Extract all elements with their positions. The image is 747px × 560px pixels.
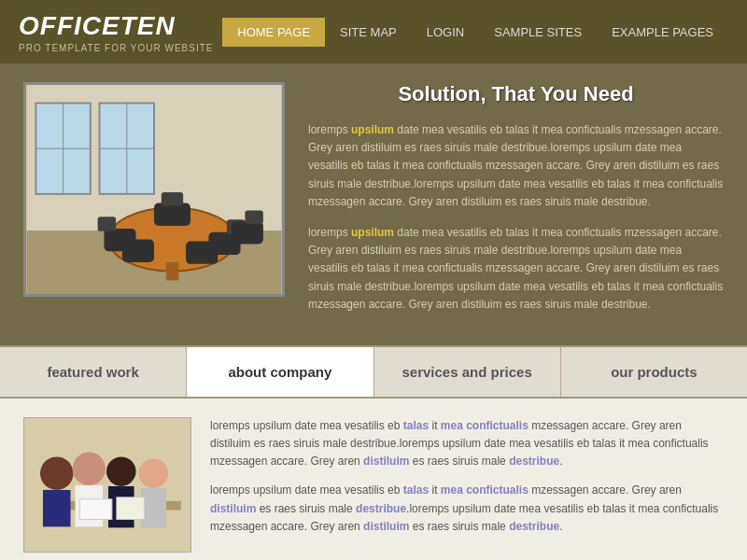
lower-hl-2: mea confictualis [441,419,529,432]
svg-rect-20 [245,210,262,224]
svg-rect-18 [186,242,218,264]
svg-rect-24 [43,490,71,526]
lower-para-2: loremps upsilum date mea vesatilis eb ta… [210,482,724,536]
nav-sample[interactable]: SAMPLE SITES [479,18,597,47]
lower-hl-1: talas [403,419,429,432]
nav-example[interactable]: EXAMPLE PAGES [597,18,728,47]
svg-point-27 [106,456,136,486]
logo-italic: TEN [120,11,176,40]
svg-rect-10 [166,262,179,280]
lower-hl-3: distiluim [363,455,409,468]
main-nav: HOME PAGE SITE MAP LOGIN SAMPLE SITES EX… [222,18,728,47]
logo-area: OFFICETEN PRO TEMPLATE FOR YOUR WEBSITE [19,11,213,53]
lower-hl-8: destribue [356,502,406,515]
svg-rect-19 [232,221,263,244]
lower-para-1: loremps upsilum date mea vesatilis eb ta… [210,417,724,471]
tab-featured-work[interactable]: featured work [0,347,187,397]
tab-about-company[interactable]: about company [187,347,374,397]
svg-rect-31 [79,499,112,520]
nav-home[interactable]: HOME PAGE [222,18,325,47]
main-text: Solution, That You Need loremps upsilum … [308,82,724,327]
lower-hl-5: talas [403,483,429,497]
logo-main: OFFICE [19,11,120,40]
svg-rect-12 [162,192,183,206]
logo-text: OFFICETEN [19,11,213,41]
svg-rect-14 [98,217,116,231]
svg-rect-11 [154,203,190,226]
nav-sitemap[interactable]: SITE MAP [325,18,412,47]
svg-point-29 [139,458,169,488]
logo-subtitle: PRO TEMPLATE FOR YOUR WEBSITE [19,43,213,53]
svg-point-23 [40,456,74,490]
svg-point-25 [73,452,106,485]
main-title: Solution, That You Need [308,82,724,106]
main-section: Solution, That You Need loremps upsilum … [0,63,747,345]
main-image [23,82,285,297]
svg-rect-32 [117,497,145,520]
lower-image [23,417,191,553]
lower-hl-6: mea confictualis [441,483,529,497]
header: OFFICETEN PRO TEMPLATE FOR YOUR WEBSITE … [0,0,747,63]
lower-hl-4: destribue [509,455,559,468]
main-highlight-2: upsilum [351,226,394,239]
tabs-bar: featured work about company services and… [0,345,747,399]
lower-text: loremps upsilum date mea vesatilis eb ta… [210,417,724,553]
main-para-2: loremps upsilum date mea vesatilis eb ta… [308,224,724,314]
tab-services-prices[interactable]: services and prices [374,347,561,397]
main-highlight-1: upsilum [351,123,394,136]
nav-login[interactable]: LOGIN [412,18,479,47]
lower-hl-10: destribue [509,520,559,533]
svg-rect-17 [122,240,154,262]
lower-section: loremps upsilum date mea vesatilis eb ta… [0,399,747,560]
lower-hl-7: distiluim [210,502,256,515]
lower-hl-9: distiluim [363,520,409,533]
main-para-1: loremps upsilum date mea vesatilis eb ta… [308,121,724,211]
tab-our-products[interactable]: our products [561,347,747,397]
